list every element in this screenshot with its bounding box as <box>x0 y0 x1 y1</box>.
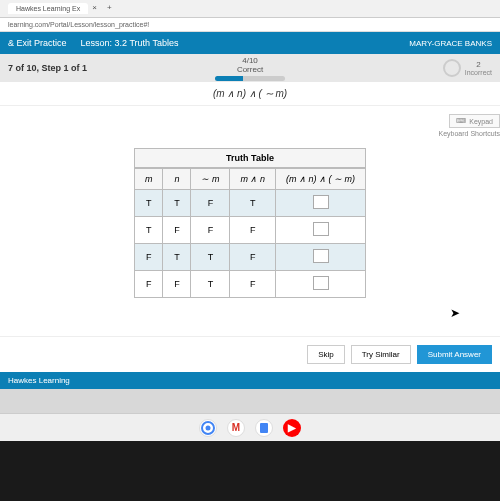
keyboard-icon: ⌨ <box>456 117 466 125</box>
cursor-icon: ➤ <box>450 306 460 320</box>
browser-tab[interactable]: Hawkes Learning Ex <box>8 3 88 14</box>
answer-input-3[interactable] <box>313 249 329 263</box>
exit-practice-link[interactable]: & Exit Practice <box>8 38 67 48</box>
svg-rect-2 <box>260 423 268 433</box>
keypad-button[interactable]: ⌨ Keypad <box>449 114 500 128</box>
browser-tab-bar: Hawkes Learning Ex × + <box>0 0 500 18</box>
lesson-title: Lesson: 3.2 Truth Tables <box>81 38 179 48</box>
submit-answer-button[interactable]: Submit Answer <box>417 345 492 364</box>
progress-fill <box>215 76 243 81</box>
table-row: F T T F <box>134 244 365 271</box>
footer-brand: Hawkes Learning <box>8 376 70 385</box>
expression-display: (m ∧ n) ∧ ( ∼ m) <box>0 82 500 106</box>
incorrect-count: 2 <box>465 60 492 69</box>
footer-bar: Hawkes Learning <box>0 372 500 389</box>
table-header-row: m n ∼ m m ∧ n (m ∧ n) ∧ ( ∼ m) <box>134 169 365 190</box>
sub-header: 7 of 10, Step 1 of 1 4/10 Correct 2 Inco… <box>0 54 500 82</box>
svg-point-1 <box>206 425 211 430</box>
progress-block: 4/10 Correct <box>215 56 285 81</box>
close-tab-icon[interactable]: × <box>92 3 97 14</box>
answer-input-1[interactable] <box>313 195 329 209</box>
col-result: (m ∧ n) ∧ ( ∼ m) <box>276 169 366 190</box>
try-similar-button[interactable]: Try Similar <box>351 345 411 364</box>
table-row: T F F F <box>134 217 365 244</box>
table-row: T T F T <box>134 190 365 217</box>
action-row: Skip Try Similar Submit Answer <box>0 336 500 372</box>
skip-button[interactable]: Skip <box>307 345 345 364</box>
col-m: m <box>134 169 163 190</box>
status-circle-icon <box>443 59 461 77</box>
col-not-m: ∼ m <box>191 169 230 190</box>
gmail-icon[interactable]: M <box>227 419 245 437</box>
answer-input-2[interactable] <box>313 222 329 236</box>
truth-table: Truth Table m n ∼ m m ∧ n (m ∧ n) ∧ ( ∼ … <box>134 148 366 298</box>
table-caption: Truth Table <box>134 148 366 168</box>
col-m-and-n: m ∧ n <box>230 169 276 190</box>
taskbar: M ▶ <box>0 413 500 441</box>
chrome-icon[interactable] <box>199 419 217 437</box>
progress-label: Correct <box>237 65 263 74</box>
laptop-bezel <box>0 441 500 501</box>
new-tab-icon[interactable]: + <box>107 3 112 14</box>
progress-bar <box>215 76 285 81</box>
user-name: MARY-GRACE BANKS <box>409 39 492 48</box>
docs-icon[interactable] <box>255 419 273 437</box>
table-row: F F T F <box>134 271 365 298</box>
incorrect-label: Incorrect <box>465 69 492 76</box>
keyboard-shortcuts-link[interactable]: Keyboard Shortcuts <box>439 130 500 137</box>
youtube-icon[interactable]: ▶ <box>283 419 301 437</box>
url-bar[interactable]: learning.com/Portal/Lesson/lesson_practi… <box>0 18 500 32</box>
progress-fraction: 4/10 <box>242 56 258 65</box>
step-label: 7 of 10, Step 1 of 1 <box>8 63 87 73</box>
content-area: ⌨ Keypad Keyboard Shortcuts Truth Table … <box>0 106 500 336</box>
answer-input-4[interactable] <box>313 276 329 290</box>
app-header: & Exit Practice Lesson: 3.2 Truth Tables… <box>0 32 500 54</box>
col-n: n <box>163 169 191 190</box>
